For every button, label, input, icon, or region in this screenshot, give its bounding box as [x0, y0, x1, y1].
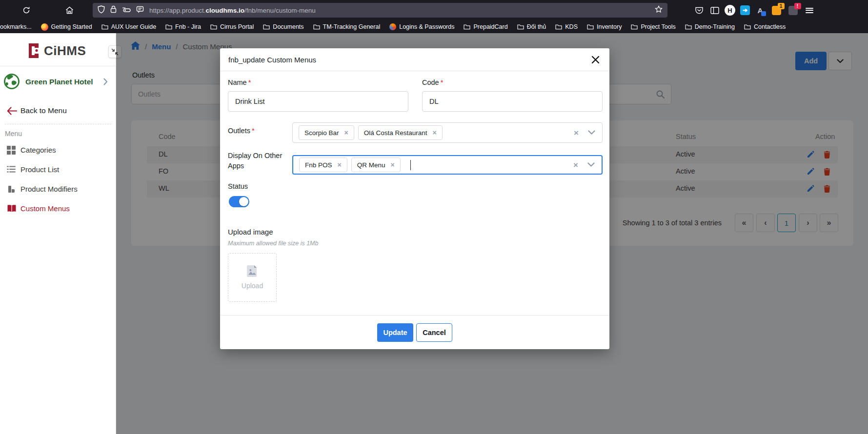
sidebar: CiHMS Green Planet Hotel Back to Menu Me… [0, 33, 116, 434]
main-content: / Menu / Custom Menus Add Outlets Outlet… [116, 33, 868, 434]
folder-icon [313, 24, 320, 30]
globe-icon [2, 72, 21, 93]
outlets-multiselect[interactable]: Scorpio Bar× Olá Costa Restaurant× × [292, 122, 603, 143]
remove-tag-icon[interactable]: × [433, 129, 437, 137]
remove-tag-icon[interactable]: × [338, 161, 342, 169]
url-bar[interactable]: https://app.product.cloudhms.io/fnb/menu… [93, 3, 667, 18]
bookmark-item[interactable]: TM-Tracking General [313, 23, 381, 30]
extension-orange-icon[interactable]: 1 [770, 4, 783, 17]
hotel-selector[interactable]: Green Planet Hotel [0, 71, 116, 94]
bookmark-item[interactable]: Logins & Passwords [389, 23, 454, 30]
mug-icon [7, 185, 16, 196]
bookmark-item[interactable]: Documents [263, 23, 303, 30]
folder-icon [165, 24, 172, 30]
folder-icon [464, 24, 470, 30]
cancel-button[interactable]: Cancel [416, 323, 452, 342]
sidebar-toggle-icon[interactable] [708, 4, 721, 17]
upload-image-title: Upload image [228, 228, 273, 236]
upload-dropzone[interactable]: Upload [228, 253, 277, 302]
bookmark-star-icon[interactable] [655, 5, 663, 15]
sidebar-item-label: Categories [20, 146, 56, 154]
bookmark-item[interactable]: AUX User Guide [101, 23, 156, 30]
sidebar-item-label: Product List [20, 165, 59, 174]
clear-selection-icon[interactable]: × [573, 161, 578, 169]
back-to-menu[interactable]: Back to Menu [0, 105, 116, 117]
divider [0, 66, 116, 66]
permissions-icon[interactable] [122, 6, 131, 15]
bookmark-item[interactable]: Contactless [744, 23, 786, 30]
reload-icon[interactable] [20, 3, 33, 17]
outlet-tag: Scorpio Bar× [299, 125, 354, 140]
cihms-logo-icon [27, 43, 40, 60]
back-arrow-icon [7, 107, 18, 115]
passwords-icon [389, 23, 396, 30]
remove-tag-icon[interactable]: × [391, 161, 395, 169]
update-button[interactable]: Update [377, 323, 413, 342]
folder-icon [587, 24, 594, 30]
bookmark-item[interactable]: Inventory [587, 23, 622, 30]
sidebar-item-product-list[interactable]: Product List [0, 164, 116, 177]
lock-icon[interactable] [110, 5, 117, 15]
text-cursor [410, 160, 411, 170]
bookmark-item[interactable]: Cirrus Portal [210, 23, 254, 30]
upload-button-label: Upload [242, 282, 263, 290]
code-field[interactable] [422, 91, 603, 112]
profile-avatar[interactable]: H [724, 4, 736, 17]
modal-header: fnb_update Custom Menus [220, 48, 609, 71]
outlet-tag: Olá Costa Restaurant× [358, 125, 443, 140]
shield-icon[interactable] [98, 5, 105, 16]
folder-icon [210, 24, 217, 30]
back-label: Back to Menu [20, 106, 67, 115]
menu-section-label: Menu [5, 130, 22, 138]
folder-icon [555, 24, 562, 30]
sidebar-item-label: Custom Menus [20, 204, 70, 213]
logo-text: CiHMS [44, 43, 86, 59]
chevron-right-icon [103, 78, 108, 87]
chevron-down-icon[interactable] [587, 162, 595, 167]
menu-hamburger-icon[interactable] [803, 4, 816, 17]
remove-tag-icon[interactable]: × [344, 129, 348, 137]
pocket-icon[interactable] [693, 4, 706, 17]
bookmark-item[interactable]: Project Tools [631, 23, 675, 30]
status-toggle[interactable] [229, 196, 249, 207]
bookmarks-bar: ookmarks... Getting Started AUX User Gui… [0, 20, 868, 33]
sidebar-item-product-modifiers[interactable]: Product Modifiers [0, 183, 116, 196]
bookmark-item[interactable]: Demo-Training [685, 23, 735, 30]
notification-icon[interactable] [136, 6, 144, 15]
chevron-down-icon[interactable] [588, 130, 595, 135]
bookmark-item[interactable]: ookmarks... [0, 23, 32, 30]
sidebar-item-label: Product Modifiers [20, 185, 78, 193]
name-field[interactable] [228, 91, 408, 112]
close-icon[interactable] [589, 54, 601, 65]
app-logo: CiHMS [0, 42, 116, 60]
modal-title: fnb_update Custom Menus [228, 56, 316, 64]
extension-blue-icon[interactable]: ➔ [739, 4, 751, 17]
hotel-name: Green Planet Hotel [25, 78, 93, 86]
home-icon[interactable] [62, 3, 76, 17]
bookmark-item[interactable]: Đối thủ [517, 23, 546, 30]
sidebar-item-custom-menus[interactable]: Custom Menus [0, 203, 116, 216]
firefox-icon [41, 23, 48, 31]
browser-toolbar: https://app.product.cloudhms.io/fnb/menu… [0, 0, 868, 20]
extension-alert-icon[interactable]: ! [787, 4, 799, 17]
bookmark-item[interactable]: Fnb - Jira [165, 23, 201, 30]
translate-icon[interactable]: A [754, 4, 767, 17]
update-custom-menus-modal: fnb_update Custom Menus Name* Code* Outl… [220, 48, 609, 349]
folder-icon [263, 24, 270, 30]
display-apps-multiselect[interactable]: Fnb POS× QR Menu× × [292, 155, 603, 175]
status-label: Status [228, 182, 248, 190]
clear-selection-icon[interactable]: × [574, 129, 579, 137]
folder-icon [517, 24, 524, 30]
bookmark-item[interactable]: Getting Started [41, 23, 92, 31]
folder-icon [744, 24, 751, 30]
browser-chrome: https://app.product.cloudhms.io/fnb/menu… [0, 0, 868, 33]
upload-note: Maximum allowed file size is 1Mb [228, 240, 318, 247]
list-icon [7, 165, 16, 175]
bookmark-item[interactable]: PrepaidCard [464, 23, 507, 30]
name-label: Name* [228, 79, 251, 86]
bookmark-item[interactable]: KDS [555, 23, 578, 30]
screen: https://app.product.cloudhms.io/fnb/menu… [0, 0, 868, 434]
sidebar-item-categories[interactable]: Categories [0, 144, 116, 157]
divider [5, 124, 111, 124]
folder-icon [685, 24, 692, 30]
